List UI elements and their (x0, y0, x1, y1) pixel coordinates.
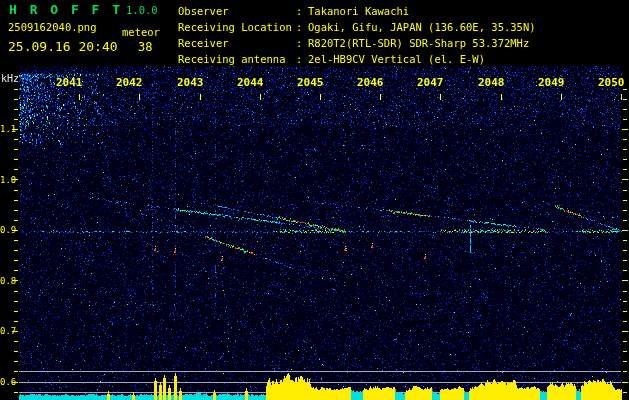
info-separator: : (296, 51, 308, 67)
info-row: Receiving Location:Ogaki, Gifu, JAPAN (1… (178, 19, 536, 35)
info-label: Receiving antenna (178, 51, 296, 67)
info-separator: : (296, 3, 308, 19)
freq-label: 0.7 (0, 326, 13, 336)
info-block: Observer:Takanori KawachiReceiving Locat… (178, 3, 536, 67)
time-label: 2042 (116, 76, 143, 89)
time-label: 2045 (297, 76, 324, 89)
info-value: R820T2(RTL-SDR) SDR-Sharp 53.372MHz (308, 35, 529, 51)
meteor-count: 38 (138, 40, 152, 54)
freq-label: 1.1 (0, 124, 13, 134)
app-title: H R O F F T (9, 2, 123, 17)
freq-label: 1.0 (0, 175, 13, 185)
info-row: Observer:Takanori Kawachi (178, 3, 536, 19)
info-row: Receiving antenna:2el-HB9CV Vertical (el… (178, 51, 536, 67)
time-label: 2048 (478, 76, 505, 89)
info-row: Receiver:R820T2(RTL-SDR) SDR-Sharp 53.37… (178, 35, 536, 51)
filename: 2509162040.png (8, 21, 97, 33)
info-value: Takanori Kawachi (308, 3, 409, 19)
datetime: 25.09.16 20:40 (8, 39, 118, 54)
info-value: Ogaki, Gifu, JAPAN (136.60E, 35.35N) (308, 19, 536, 35)
time-label: 2046 (357, 76, 384, 89)
app-version: 1.0.0 (126, 4, 158, 16)
freq-label: 0.8 (0, 276, 13, 286)
info-separator: : (296, 35, 308, 51)
info-separator: : (296, 19, 308, 35)
freq-label: 0.6 (0, 377, 13, 387)
time-label: 2044 (237, 76, 264, 89)
time-label: 2050 (598, 76, 625, 89)
time-label: 2049 (538, 76, 565, 89)
freq-label: 0.9 (0, 225, 13, 235)
info-value: 2el-HB9CV Vertical (el. E-W) (308, 51, 485, 67)
info-label: Receiving Location (178, 19, 296, 35)
time-label: 2047 (417, 76, 444, 89)
hrofft-window: H R O F F T 1.0.0 2509162040.png meteor … (0, 0, 629, 400)
info-label: Observer (178, 3, 296, 19)
time-label: 2043 (177, 76, 204, 89)
info-label: Receiver (178, 35, 296, 51)
time-label: 2041 (56, 76, 83, 89)
freq-unit-label: kHz (1, 73, 19, 84)
mode-label: meteor (122, 26, 160, 38)
